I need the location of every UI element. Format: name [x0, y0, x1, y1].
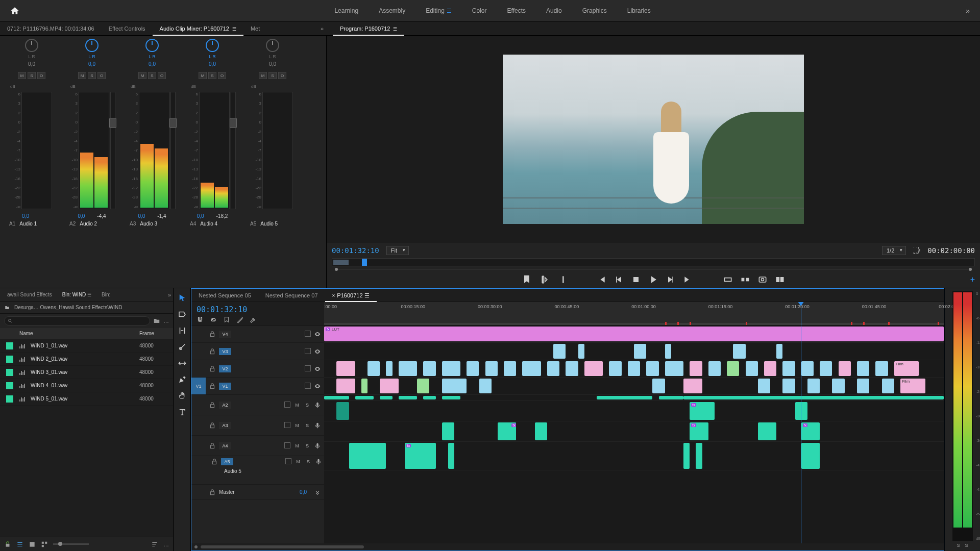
timeline-clip[interactable] — [857, 361, 869, 376]
program-timecode[interactable]: 00:01:32:10 — [332, 246, 379, 255]
source-clip-tab[interactable]: 0712: P1116796.MP4: 00:01:34:06 — [0, 21, 102, 36]
lock-icon[interactable] — [209, 383, 216, 390]
timeline-settings-icon[interactable] — [236, 316, 243, 323]
thumbnail-size-slider[interactable] — [53, 543, 89, 545]
track-lane[interactable]: fx — [324, 401, 944, 421]
timeline-clip[interactable]: fx — [801, 422, 820, 440]
fx-toggle[interactable] — [305, 348, 311, 354]
comparison-icon[interactable] — [775, 274, 785, 285]
timeline-clip[interactable]: Film — [894, 361, 919, 376]
timeline-clip[interactable] — [386, 361, 392, 376]
marker-icon[interactable] — [522, 274, 532, 285]
timeline-clip[interactable] — [399, 396, 417, 399]
eye-icon[interactable] — [314, 383, 321, 390]
time-ruler[interactable]: :00:0000:00:15:0000:00:30:0000:00:45:000… — [324, 302, 944, 325]
track-name-badge[interactable]: V2 — [219, 365, 231, 372]
timeline-clip[interactable] — [355, 396, 374, 399]
workspace-audio[interactable]: Audio — [546, 7, 562, 14]
s-button[interactable]: S — [268, 72, 277, 79]
m-button[interactable]: M — [78, 72, 86, 79]
solo-button[interactable]: S — [304, 402, 311, 409]
eye-icon[interactable] — [314, 348, 321, 355]
s-button[interactable]: S — [208, 72, 216, 79]
track-name-badge[interactable]: A5 — [221, 458, 233, 465]
timeline-clip[interactable] — [442, 396, 460, 399]
timeline-clip[interactable] — [875, 361, 888, 376]
play-icon[interactable] — [648, 274, 658, 285]
track-lane[interactable] — [324, 395, 944, 401]
track-name-badge[interactable]: A4 — [219, 442, 231, 449]
add-marker-icon[interactable] — [223, 316, 230, 323]
timeline-clip[interactable] — [733, 344, 745, 359]
lock-icon[interactable] — [209, 365, 216, 372]
track-label[interactable]: A5Audio 5 — [243, 221, 302, 227]
timeline-clip[interactable] — [832, 379, 844, 393]
project-tab-1[interactable]: awaii Sound Effects — [2, 292, 57, 297]
fx-toggle[interactable] — [305, 383, 311, 389]
fx-toggle[interactable] — [284, 442, 290, 448]
timeline-clip[interactable] — [758, 422, 776, 440]
project-item[interactable]: WIND 4_01.wav 48000 — [0, 379, 173, 392]
audio-track-header-a5[interactable]: A5MSAudio 5 — [191, 456, 324, 485]
timeline-clip[interactable]: Film — [900, 379, 925, 393]
track-name-badge[interactable]: A2 — [219, 402, 231, 409]
solo-left[interactable]: S — [957, 543, 960, 548]
search-input[interactable] — [4, 316, 150, 325]
timeline-clip[interactable] — [628, 361, 640, 376]
timeline-clip[interactable] — [646, 361, 658, 376]
volume-fader[interactable] — [110, 92, 115, 209]
timeline-zoom-scrollbar[interactable] — [191, 543, 944, 550]
program-canvas[interactable] — [327, 36, 980, 243]
timeline-clip[interactable] — [349, 443, 386, 469]
timeline-clip[interactable] — [368, 361, 380, 376]
export-frame-icon[interactable] — [757, 274, 768, 285]
effect-controls-tab[interactable]: Effect Controls — [102, 21, 153, 36]
audio-track-header-a2[interactable]: A2MS — [191, 395, 324, 415]
lock-icon[interactable] — [209, 402, 216, 409]
sequence-tab-active[interactable]: ×P1600712 ☰ — [325, 289, 377, 302]
timeline-clip[interactable] — [782, 361, 795, 376]
timeline-clip[interactable] — [776, 344, 782, 359]
timeline-clip[interactable] — [336, 379, 355, 393]
project-item[interactable]: WIND 3_01.wav 48000 — [0, 366, 173, 379]
s-button[interactable]: S — [148, 72, 156, 79]
timeline-clip[interactable] — [727, 361, 739, 376]
eye-icon[interactable] — [314, 331, 321, 338]
timeline-clip[interactable] — [584, 361, 603, 376]
timeline-clip[interactable] — [504, 361, 516, 376]
snap-icon[interactable] — [197, 316, 204, 323]
audio-track-header-a4[interactable]: A4MS — [191, 436, 324, 456]
timeline-clip[interactable] — [417, 379, 429, 393]
timeline-clip[interactable] — [683, 443, 690, 469]
solo-button[interactable]: S — [305, 458, 312, 465]
timeline-clip[interactable] — [380, 379, 398, 393]
track-select-tool-icon[interactable] — [178, 310, 187, 319]
track-lane[interactable] — [324, 343, 944, 360]
lock-icon[interactable] — [209, 348, 216, 355]
timeline-clip[interactable] — [882, 379, 894, 393]
mark-in-icon[interactable] — [539, 274, 549, 285]
workspace-libraries[interactable]: Libraries — [627, 7, 651, 14]
razor-tool-icon[interactable] — [178, 342, 187, 352]
audio-mixer-tab[interactable]: Audio Clip Mixer: P1600712☰ — [153, 21, 243, 36]
timeline-clip[interactable] — [566, 361, 578, 376]
video-track-header-v1[interactable]: V1 V1 — [191, 378, 324, 395]
volume-fader[interactable] — [170, 92, 176, 209]
list-view-icon[interactable] — [16, 541, 23, 548]
fx-toggle[interactable] — [285, 458, 291, 464]
go-to-in-icon[interactable] — [596, 274, 606, 285]
timeline-clip[interactable] — [423, 396, 435, 399]
mute-button[interactable]: M — [293, 402, 301, 409]
m-button[interactable]: M — [18, 72, 26, 79]
mic-icon[interactable] — [314, 422, 321, 429]
lock-icon[interactable] — [4, 541, 11, 548]
go-to-out-icon[interactable] — [683, 274, 693, 285]
workspace-learning[interactable]: Learning — [334, 7, 358, 14]
timeline-clip[interactable] — [467, 361, 479, 376]
pen-tool-icon[interactable] — [178, 375, 187, 384]
audio-track-header-a3[interactable]: A3MS — [191, 415, 324, 436]
timeline-clip[interactable] — [764, 361, 776, 376]
overflow-icon[interactable]: » — [321, 26, 324, 32]
timeline-clip[interactable] — [479, 379, 492, 393]
lock-icon[interactable] — [209, 422, 216, 429]
